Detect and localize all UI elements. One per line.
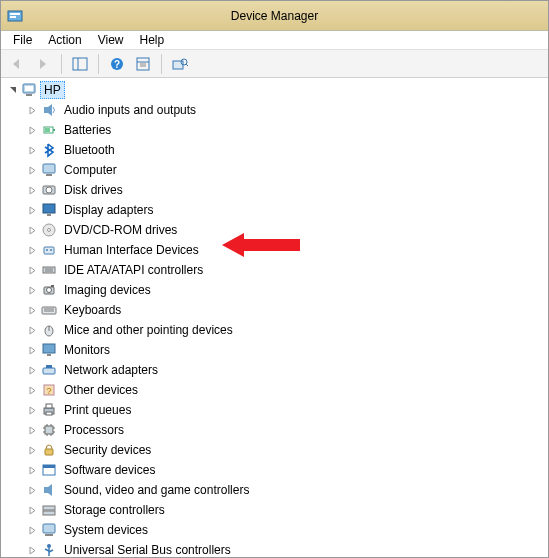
- svg-line-13: [186, 64, 188, 66]
- tree-node[interactable]: Human Interface Devices: [1, 240, 548, 260]
- tree-node[interactable]: Processors: [1, 420, 548, 440]
- tree-node[interactable]: System devices: [1, 520, 548, 540]
- menu-help[interactable]: Help: [132, 32, 173, 48]
- tree-node-label[interactable]: Disk drives: [61, 182, 126, 198]
- menu-action[interactable]: Action: [40, 32, 89, 48]
- expand-icon[interactable]: [25, 223, 39, 237]
- tree-root-label[interactable]: HP: [40, 81, 65, 99]
- expand-icon[interactable]: [25, 303, 39, 317]
- svg-rect-3: [73, 58, 87, 70]
- expand-icon[interactable]: [25, 263, 39, 277]
- svg-rect-67: [43, 524, 55, 533]
- menu-file[interactable]: File: [5, 32, 40, 48]
- expand-icon[interactable]: [25, 283, 39, 297]
- tree-node-label[interactable]: Imaging devices: [61, 282, 154, 298]
- expand-icon[interactable]: [25, 123, 39, 137]
- tree-node[interactable]: Audio inputs and outputs: [1, 100, 548, 120]
- tree-node-label[interactable]: Software devices: [61, 462, 158, 478]
- help-button[interactable]: ?: [105, 53, 129, 75]
- device-tree[interactable]: HP Audio inputs and outputsBatteriesBlue…: [1, 78, 548, 557]
- svg-point-69: [47, 544, 51, 548]
- tree-node[interactable]: Disk drives: [1, 180, 548, 200]
- properties-button[interactable]: [131, 53, 155, 75]
- tree-node-label[interactable]: Print queues: [61, 402, 134, 418]
- svg-rect-22: [46, 174, 52, 176]
- tree-node[interactable]: Sound, video and game controllers: [1, 480, 548, 500]
- tree-node[interactable]: Imaging devices: [1, 280, 548, 300]
- tree-node[interactable]: Universal Serial Bus controllers: [1, 540, 548, 557]
- expand-icon[interactable]: [25, 143, 39, 157]
- tree-node-label[interactable]: IDE ATA/ATAPI controllers: [61, 262, 206, 278]
- monitor-icon: [41, 342, 57, 358]
- tree-node[interactable]: Software devices: [1, 460, 548, 480]
- svg-rect-29: [44, 247, 54, 254]
- collapse-icon[interactable]: [5, 83, 19, 97]
- expand-icon[interactable]: [25, 323, 39, 337]
- expand-icon[interactable]: [25, 203, 39, 217]
- tree-node-label[interactable]: Network adapters: [61, 362, 161, 378]
- expand-icon[interactable]: [25, 423, 39, 437]
- back-button[interactable]: [5, 53, 29, 75]
- tree-root-node[interactable]: HP: [1, 80, 548, 100]
- menu-view[interactable]: View: [90, 32, 132, 48]
- tree-node[interactable]: Bluetooth: [1, 140, 548, 160]
- tree-node-label[interactable]: Batteries: [61, 122, 114, 138]
- tree-node-label[interactable]: Audio inputs and outputs: [61, 102, 199, 118]
- forward-button[interactable]: [31, 53, 55, 75]
- tree-node[interactable]: Display adapters: [1, 200, 548, 220]
- expand-icon[interactable]: [25, 383, 39, 397]
- expand-icon[interactable]: [25, 243, 39, 257]
- tree-node-label[interactable]: System devices: [61, 522, 151, 538]
- tree-node-label[interactable]: Sound, video and game controllers: [61, 482, 252, 498]
- expand-icon[interactable]: [25, 443, 39, 457]
- tree-node-label[interactable]: Security devices: [61, 442, 154, 458]
- svg-point-24: [46, 187, 52, 193]
- expand-icon[interactable]: [25, 363, 39, 377]
- svg-rect-37: [51, 285, 54, 287]
- tree-node[interactable]: Batteries: [1, 120, 548, 140]
- tree-node-label[interactable]: DVD/CD-ROM drives: [61, 222, 180, 238]
- tree-node-label[interactable]: Keyboards: [61, 302, 124, 318]
- display-icon: [41, 202, 57, 218]
- tree-node-label[interactable]: Universal Serial Bus controllers: [61, 542, 234, 557]
- tree-node[interactable]: Monitors: [1, 340, 548, 360]
- tree-node[interactable]: Security devices: [1, 440, 548, 460]
- svg-rect-65: [43, 506, 55, 510]
- expand-icon[interactable]: [25, 543, 39, 557]
- app-icon: [7, 8, 23, 24]
- expand-icon[interactable]: [25, 343, 39, 357]
- tree-node[interactable]: Storage controllers: [1, 500, 548, 520]
- tree-node[interactable]: Network adapters: [1, 360, 548, 380]
- expand-icon[interactable]: [25, 523, 39, 537]
- tree-node[interactable]: Mice and other pointing devices: [1, 320, 548, 340]
- toolbar-separator: [161, 54, 162, 74]
- expand-icon[interactable]: [25, 503, 39, 517]
- expand-icon[interactable]: [25, 403, 39, 417]
- show-hide-console-tree-button[interactable]: [68, 53, 92, 75]
- tree-node[interactable]: IDE ATA/ATAPI controllers: [1, 260, 548, 280]
- expand-icon[interactable]: [25, 163, 39, 177]
- expand-icon[interactable]: [25, 483, 39, 497]
- svg-rect-63: [43, 465, 55, 468]
- tree-node[interactable]: DVD/CD-ROM drives: [1, 220, 548, 240]
- tree-node-label[interactable]: Human Interface Devices: [61, 242, 202, 258]
- svg-rect-46: [46, 365, 52, 368]
- tree-node-label[interactable]: Monitors: [61, 342, 113, 358]
- tree-node-label[interactable]: Storage controllers: [61, 502, 168, 518]
- scan-hardware-button[interactable]: [168, 53, 192, 75]
- battery-icon: [41, 122, 57, 138]
- tree-node-label[interactable]: Display adapters: [61, 202, 156, 218]
- tree-node[interactable]: ?Other devices: [1, 380, 548, 400]
- expand-icon[interactable]: [25, 103, 39, 117]
- expand-icon[interactable]: [25, 183, 39, 197]
- tree-node[interactable]: Print queues: [1, 400, 548, 420]
- tree-node-label[interactable]: Bluetooth: [61, 142, 118, 158]
- tree-node-label[interactable]: Other devices: [61, 382, 141, 398]
- sound-icon: [41, 482, 57, 498]
- expand-icon[interactable]: [25, 463, 39, 477]
- tree-node-label[interactable]: Computer: [61, 162, 120, 178]
- tree-node[interactable]: Keyboards: [1, 300, 548, 320]
- tree-node[interactable]: Computer: [1, 160, 548, 180]
- tree-node-label[interactable]: Processors: [61, 422, 127, 438]
- tree-node-label[interactable]: Mice and other pointing devices: [61, 322, 236, 338]
